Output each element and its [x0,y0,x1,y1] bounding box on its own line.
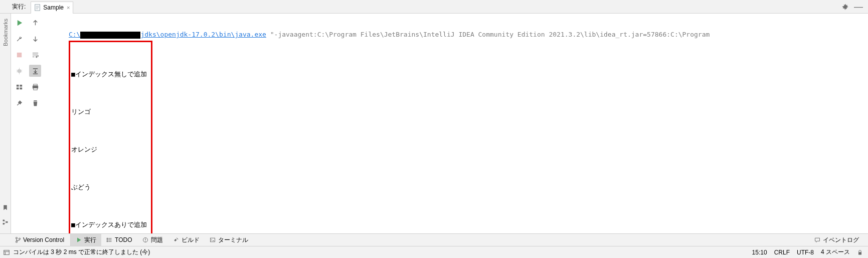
svg-rect-9 [17,52,21,57]
svg-rect-36 [210,238,215,242]
bottom-tool-stripe: Version Control 実行 TODO 問題 ビルド ターミナル イベン… [0,233,868,246]
output-line: ■インデックスありで追加 [71,218,147,231]
svg-point-30 [107,238,108,239]
tool-todo[interactable]: TODO [101,234,137,246]
main-area: Bookmarks C:\jdks\openjdk-17.0.2\bin\jav… [0,14,868,233]
output-line: ぶどう [71,181,147,193]
tool-run[interactable]: 実行 [71,234,101,246]
down-arrow-icon[interactable] [29,33,41,45]
sidebar-bookmarks[interactable]: Bookmarks [3,19,9,46]
pin-icon[interactable] [13,97,25,109]
svg-point-10 [17,69,21,73]
svg-rect-18 [20,84,22,86]
svg-point-24 [16,237,18,239]
svg-rect-17 [16,84,19,86]
bookmark-icon[interactable] [2,204,9,211]
layout-icon[interactable] [13,81,25,93]
output-line: ■インデックス無しで追加 [71,68,147,80]
list-icon [106,237,112,243]
svg-line-8 [5,222,6,224]
wrench-icon[interactable] [13,33,25,45]
tool-problems[interactable]: 問題 [137,234,168,246]
run-label: 実行: [12,3,26,11]
svg-rect-5 [3,223,5,224]
debug-icon [13,65,25,77]
up-arrow-icon[interactable] [29,17,41,29]
status-message: コンパイルは 3 秒 2 ms で正常に終了しました (今) [13,248,150,256]
run-config-tab[interactable]: Sample × [31,2,73,14]
svg-point-25 [16,241,18,242]
console-toolbar [27,14,43,233]
left-tool-stripe: Bookmarks [0,14,11,233]
terminal-icon [210,237,216,243]
status-line-separator[interactable]: CRLF [774,249,790,256]
svg-rect-19 [16,87,19,89]
warning-icon [142,237,148,243]
tool-build[interactable]: ビルド [168,234,205,246]
svg-rect-6 [6,221,8,223]
svg-rect-37 [4,250,10,254]
play-icon [76,237,82,243]
stop-button [13,49,25,61]
svg-point-31 [107,239,108,240]
print-icon[interactable] [29,81,41,93]
java-path-link[interactable]: C:\jdks\openjdk-17.0.2\bin\java.exe [69,31,266,38]
file-icon [34,4,41,11]
svg-rect-23 [33,88,37,90]
console-output[interactable]: C:\jdks\openjdk-17.0.2\bin\java.exe "-ja… [43,14,868,233]
rerun-button[interactable] [13,17,25,29]
svg-point-26 [19,238,21,239]
tool-version-control[interactable]: Version Control [0,234,71,246]
branch-icon [15,237,21,243]
svg-point-35 [145,241,146,242]
minimize-icon[interactable]: — [854,4,863,9]
svg-rect-4 [3,220,5,221]
clear-icon[interactable] [29,97,41,109]
run-tool-window-header: 実行: Sample × — [0,0,868,14]
output-line: リンゴ [71,105,147,118]
structure-icon[interactable] [2,219,9,225]
svg-rect-21 [33,84,37,85]
soft-wrap-icon[interactable] [29,49,41,61]
svg-line-7 [5,220,6,222]
output-line: オレンジ [71,143,147,156]
speech-icon [814,237,820,243]
status-encoding[interactable]: UTF-8 [797,249,814,256]
tool-terminal[interactable]: ターミナル [205,234,253,246]
hammer-icon [173,237,179,243]
run-left-toolbar [11,14,27,233]
status-indent[interactable]: 4 スペース [821,248,850,256]
scroll-to-end-icon[interactable] [29,65,41,77]
svg-rect-20 [20,87,22,89]
tab-label: Sample [43,4,64,11]
status-bar: コンパイルは 3 秒 2 ms で正常に終了しました (今) 15:10 CRL… [0,246,868,258]
svg-point-32 [107,241,108,242]
svg-rect-40 [858,252,861,254]
window-icon[interactable] [3,249,10,256]
status-time[interactable]: 15:10 [752,249,767,256]
tool-event-log[interactable]: イベントログ [812,236,861,244]
gear-icon[interactable] [841,3,849,11]
command-line: C:\jdks\openjdk-17.0.2\bin\java.exe "-ja… [69,31,710,38]
redacted-path [80,32,140,39]
output-highlight-box: ■インデックス無しで追加 リンゴ オレンジ ぶどう ■インデックスありで追加 リ… [69,41,152,233]
close-icon[interactable]: × [67,5,70,11]
lock-icon[interactable] [857,249,863,255]
